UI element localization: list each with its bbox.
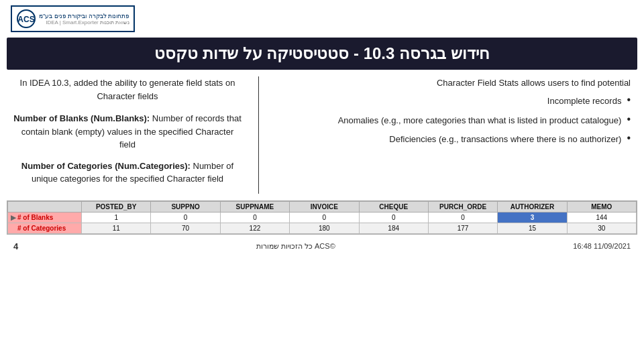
cell-purch_orde: 0	[428, 212, 497, 223]
left-item-categories: Number of Categories (Num.Categories): N…	[13, 160, 241, 186]
footer: 4 ©ACS כל הזכויות שמורות 16:48 11/09/202…	[0, 239, 644, 254]
bullet-anomalies: Anomalies (e.g., more categories than wh…	[276, 114, 631, 128]
logo-box: ACS פתחונות לבקרה וביקורת פנים בע"מ נשוא…	[11, 5, 135, 32]
cell-memo: 30	[567, 223, 636, 233]
left-item-blanks-title: Number of Blanks (Num.Blanks):	[13, 113, 150, 123]
footer-datetime: 16:48 11/09/2021	[573, 242, 631, 250]
main-content: In IDEA 10.3, added the ability to gener…	[0, 76, 644, 194]
cell-suppname: 0	[220, 212, 289, 223]
table-row: ▶# of Blanks1000003144	[8, 212, 637, 223]
cell-authorizer: 3	[498, 212, 567, 223]
logo-area: ACS פתחונות לבקרה וביקורת פנים בע"מ נשוא…	[0, 0, 644, 35]
cell-char-stats-label: # of Categories	[8, 223, 82, 233]
cell-cheque: 184	[359, 223, 428, 233]
svg-text:ACS: ACS	[17, 15, 34, 24]
page-title: חידוש בגרסה 10.3 - סטטיסטיקה על שדות טקס…	[7, 38, 637, 70]
right-intro: Character Field Stats allows users to fi…	[276, 76, 631, 90]
acs-logo-icon: ACS	[16, 9, 36, 29]
footer-copyright: ©ACS כל הזכויות שמורות	[256, 242, 335, 251]
left-intro: In IDEA 10.3, added the ability to gener…	[13, 76, 241, 103]
cell-invoice: 180	[290, 223, 359, 233]
col-header-invoice: INVOICE	[290, 201, 359, 212]
stats-table-element: POSTED_BY SUPPNO SUPPNAME INVOICE CHEQUE…	[7, 201, 637, 234]
cell-suppname: 122	[220, 223, 289, 233]
col-header-posted-by: POSTED_BY	[82, 201, 151, 212]
cell-posted_by: 1	[82, 212, 151, 223]
cell-cheque: 0	[359, 212, 428, 223]
bullet-deficiencies: Deficiencies (e.g., transactions where t…	[276, 133, 631, 147]
column-divider	[258, 76, 259, 194]
right-column: Character Field Stats allows users to fi…	[276, 76, 631, 194]
col-header-authorizer: AUTHORIZER	[498, 201, 567, 212]
col-header-cheque: CHEQUE	[359, 201, 428, 212]
col-header-suppno: SUPPNO	[151, 201, 220, 212]
table-row: # of Categories11701221801841771530	[8, 223, 637, 233]
cell-char-stats-label: ▶# of Blanks	[8, 212, 82, 223]
cell-memo: 144	[567, 212, 636, 223]
left-item-blanks: Number of Blanks (Num.Blanks): Number of…	[13, 112, 241, 152]
cell-authorizer: 15	[498, 223, 567, 233]
col-header-suppname: SUPPNAME	[220, 201, 289, 212]
left-column: In IDEA 10.3, added the ability to gener…	[13, 76, 241, 194]
col-header-purch-orde: PURCH_ORDE	[428, 201, 497, 212]
col-header-memo: MEMO	[567, 201, 636, 212]
statistics-table: POSTED_BY SUPPNO SUPPNAME INVOICE CHEQUE…	[7, 200, 637, 235]
left-item-categories-title: Number of Categories (Num.Categories):	[21, 161, 191, 171]
cell-suppno: 0	[151, 212, 220, 223]
cell-invoice: 0	[290, 212, 359, 223]
bullet-list: Incomplete records Anomalies (e.g., more…	[276, 95, 631, 147]
cell-suppno: 70	[151, 223, 220, 233]
bullet-incomplete-records: Incomplete records	[276, 95, 631, 109]
table-header-row: POSTED_BY SUPPNO SUPPNAME INVOICE CHEQUE…	[8, 201, 637, 212]
cell-posted_by: 11	[82, 223, 151, 233]
cell-purch_orde: 177	[428, 223, 497, 233]
col-header-char-stats	[8, 201, 82, 212]
logo-hebrew-text: פתחונות לבקרה וביקורת פנים בע"מ נשואת תו…	[39, 13, 129, 25]
footer-page-number: 4	[13, 241, 18, 251]
